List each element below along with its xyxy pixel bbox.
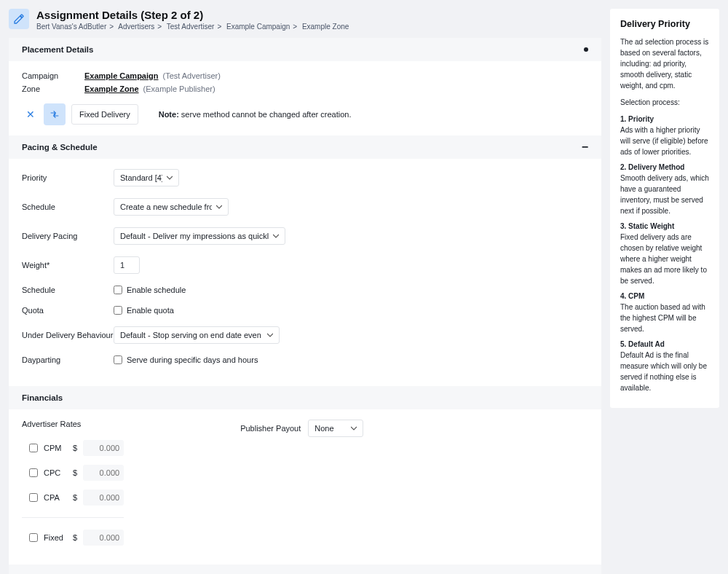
breadcrumb-item[interactable]: Advertisers: [118, 23, 154, 31]
weight-input[interactable]: [114, 256, 140, 274]
breadcrumb-item[interactable]: Example Campaign: [226, 23, 290, 31]
enable-schedule-label: Enable schedule: [127, 286, 186, 294]
priority-label: Priority: [22, 173, 114, 182]
enable-schedule-checkbox[interactable]: [114, 286, 122, 294]
help-item: 2. Delivery MethodSmooth delivery ads, w…: [620, 162, 709, 216]
publisher-payout-label: Publisher Payout: [240, 424, 301, 433]
under-delivery-select[interactable]: Default - Stop serving on end date even …: [114, 326, 280, 344]
advertiser-rates-title: Advertiser Rates: [22, 420, 124, 428]
cpm-label: CPM: [44, 444, 67, 452]
schedule-select[interactable]: Create a new schedule from inputs.: [114, 198, 229, 216]
breadcrumb-item[interactable]: Bert Vanas's AdButler: [36, 23, 106, 31]
help-panel: Delivery Priority The ad selection proce…: [610, 9, 719, 408]
schedule2-label: Schedule: [22, 286, 114, 294]
help-item: 5. Default AdDefault Ad is the final mea…: [620, 339, 709, 393]
page-header: Assignment Details (Step 2 of 2) Bert Va…: [9, 9, 601, 38]
section-title: Placement Details: [22, 45, 93, 54]
help-process-label: Selection process:: [620, 97, 709, 108]
cpc-input[interactable]: [83, 465, 124, 481]
zone-label: Zone: [22, 84, 84, 93]
help-intro: The ad selection process is based on sev…: [620, 36, 709, 91]
cpc-label: CPC: [44, 468, 67, 477]
campaign-link[interactable]: Example Campaign: [84, 71, 158, 80]
rate-divider: [22, 517, 124, 518]
priority-select[interactable]: Standard [4] - Default: [114, 169, 179, 186]
zone-paren: (Example Publisher): [143, 84, 215, 93]
section-title: Pacing & Schedule: [22, 143, 98, 152]
fixed-checkbox[interactable]: [29, 533, 38, 542]
help-title: Delivery Priority: [620, 19, 709, 29]
breadcrumb-item[interactable]: Example Zone: [302, 23, 349, 31]
cpm-checkbox[interactable]: [29, 444, 38, 452]
section-financials-header: Financials: [9, 386, 601, 409]
dayparting-text: Serve during specific days and hours: [127, 355, 258, 364]
cpm-input[interactable]: [83, 440, 124, 456]
assignment-icon: [9, 9, 29, 29]
under-delivery-label: Under Delivery Behaviour: [22, 331, 114, 339]
fixed-input[interactable]: [83, 530, 124, 546]
serve-method-note: Note: serve method cannot be changed aft…: [159, 110, 352, 119]
publisher-payout-select[interactable]: None: [308, 420, 363, 437]
dayparting-checkbox[interactable]: [114, 355, 122, 364]
schedule-label: Schedule: [22, 203, 114, 211]
section-activity-header[interactable]: Activity Limits +: [9, 565, 601, 574]
collapse-minus-icon[interactable]: −: [582, 144, 588, 151]
weight-label: Weight*: [22, 261, 114, 270]
cpa-label: CPA: [44, 493, 67, 502]
enable-quota-checkbox[interactable]: [114, 306, 122, 315]
section-title: Financials: [22, 393, 63, 402]
delivery-pacing-select[interactable]: Default - Deliver my impressions as quic…: [114, 227, 285, 245]
cpa-checkbox[interactable]: [29, 493, 38, 502]
dayparting-label: Dayparting: [22, 355, 114, 364]
section-placement-header: Placement Details: [9, 38, 601, 61]
help-item: 1. PriorityAds with a higher priority wi…: [620, 114, 709, 157]
close-icon[interactable]: ✕: [22, 103, 39, 125]
help-item: 3. Static WeightFixed delivery ads are c…: [620, 221, 709, 286]
campaign-label: Campaign: [22, 71, 84, 80]
delivery-pacing-label: Delivery Pacing: [22, 232, 114, 240]
serve-method-icon[interactable]: [44, 103, 66, 125]
serve-method-label: Fixed Delivery: [71, 104, 138, 125]
collapse-dot-icon[interactable]: [584, 47, 588, 52]
help-item: 4. CPMThe auction based ad with the high…: [620, 291, 709, 334]
enable-quota-label: Enable quota: [127, 306, 174, 315]
cpc-checkbox[interactable]: [29, 468, 38, 477]
breadcrumb: Bert Vanas's AdButler> Advertisers> Test…: [36, 23, 349, 31]
campaign-paren: (Test Advertiser): [162, 71, 220, 80]
quota-label: Quota: [22, 306, 114, 315]
fixed-label: Fixed: [44, 533, 67, 542]
section-pacing-header: Pacing & Schedule −: [9, 135, 601, 159]
breadcrumb-item[interactable]: Test Advertiser: [167, 23, 215, 31]
cpa-input[interactable]: [83, 490, 124, 506]
page-title: Assignment Details (Step 2 of 2): [36, 9, 349, 21]
zone-link[interactable]: Example Zone: [84, 84, 139, 93]
